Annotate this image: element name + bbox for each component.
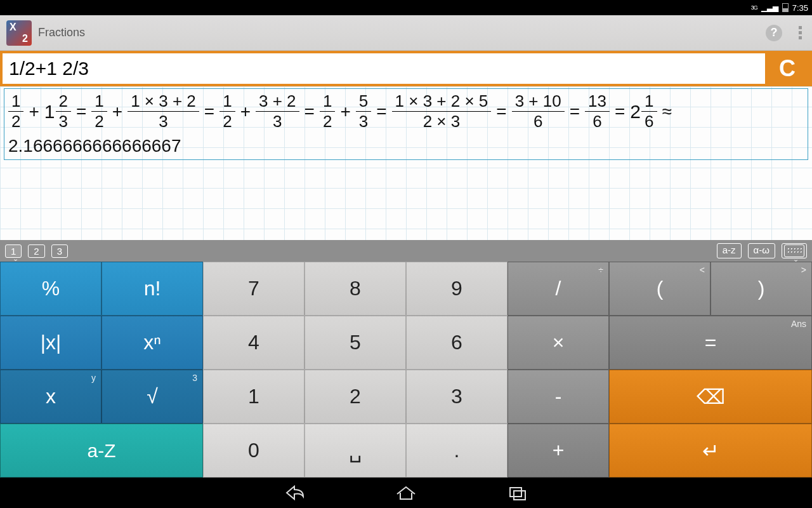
clear-button[interactable]: C <box>765 53 809 84</box>
key-divide[interactable]: /÷ <box>508 262 609 316</box>
clock: 7:35 <box>792 3 808 13</box>
decimal-result: 2.1666666666666667 <box>8 135 804 157</box>
key-5[interactable]: 5 <box>304 316 406 370</box>
android-status-bar: 3G ▁▃▅ 7:35 <box>0 0 812 15</box>
mode-tab-2[interactable]: 2 <box>28 244 44 258</box>
key-sqrt[interactable]: √3 <box>102 370 203 424</box>
key-factorial[interactable]: n! <box>102 262 203 316</box>
work-area[interactable]: 12+123=12+1 × 3 + 23=12+3 + 23=12+53=1 ×… <box>0 86 812 240</box>
key-plus[interactable]: + <box>508 424 609 478</box>
key-6[interactable]: 6 <box>406 316 508 370</box>
key-0[interactable]: 0 <box>203 424 304 478</box>
key-multiply[interactable]: × <box>508 316 609 370</box>
keyboard-icon <box>784 244 804 257</box>
keypad: % n! 7 8 9 /÷ (< )> |x| xⁿ 4 5 6 × =Ans … <box>0 262 812 478</box>
mode-tab-3[interactable]: 3 <box>51 244 68 258</box>
battery-icon <box>782 3 789 12</box>
help-button[interactable]: ? <box>766 25 782 41</box>
key-rparen[interactable]: )> <box>710 262 812 316</box>
app-toolbar: Fractions ? <box>0 15 812 51</box>
network-indicator: 3G <box>751 4 757 11</box>
app-icon[interactable] <box>6 20 32 46</box>
key-1[interactable]: 1 <box>203 370 304 424</box>
key-alpha[interactable]: a-Z <box>0 424 203 478</box>
key-enter[interactable]: ↵ <box>609 424 812 478</box>
back-icon[interactable] <box>283 484 306 502</box>
solution-steps: 12+123=12+1 × 3 + 23=12+3 + 23=12+53=1 ×… <box>8 91 804 131</box>
key-2[interactable]: 2 <box>304 370 406 424</box>
key-power[interactable]: xⁿ <box>102 316 203 370</box>
key-variable[interactable]: xy <box>0 370 102 424</box>
home-icon[interactable] <box>395 484 417 502</box>
app-title: Fractions <box>38 26 759 39</box>
key-8[interactable]: 8 <box>304 262 406 316</box>
result-box: 12+123=12+1 × 3 + 23=12+3 + 23=12+53=1 ×… <box>4 88 808 160</box>
key-4[interactable]: 4 <box>203 316 304 370</box>
overflow-menu[interactable] <box>795 22 806 43</box>
expression-row: C <box>0 51 812 86</box>
key-space[interactable]: ␣ <box>304 424 406 478</box>
android-nav-bar <box>0 478 812 508</box>
recents-icon[interactable] <box>506 484 529 502</box>
key-dot[interactable]: . <box>406 424 508 478</box>
keyboard-toggle[interactable] <box>782 243 807 258</box>
mode-tab-1[interactable]: 1 <box>5 244 22 258</box>
key-3[interactable]: 3 <box>406 370 508 424</box>
mode-tab-alpha[interactable]: a-z <box>717 243 742 258</box>
key-abs[interactable]: |x| <box>0 316 102 370</box>
svg-rect-1 <box>514 491 525 500</box>
expression-input[interactable] <box>3 53 765 84</box>
key-lparen[interactable]: (< <box>609 262 710 316</box>
key-7[interactable]: 7 <box>203 262 304 316</box>
key-minus[interactable]: - <box>508 370 609 424</box>
mode-tab-greek[interactable]: α-ω <box>748 243 775 258</box>
keyboard-mode-bar: 1 2 3 a-z α-ω <box>0 240 812 262</box>
svg-rect-0 <box>510 488 521 497</box>
key-equals[interactable]: =Ans <box>609 316 812 370</box>
key-percent[interactable]: % <box>0 262 102 316</box>
key-9[interactable]: 9 <box>406 262 508 316</box>
key-backspace[interactable]: ⌫ <box>609 370 812 424</box>
